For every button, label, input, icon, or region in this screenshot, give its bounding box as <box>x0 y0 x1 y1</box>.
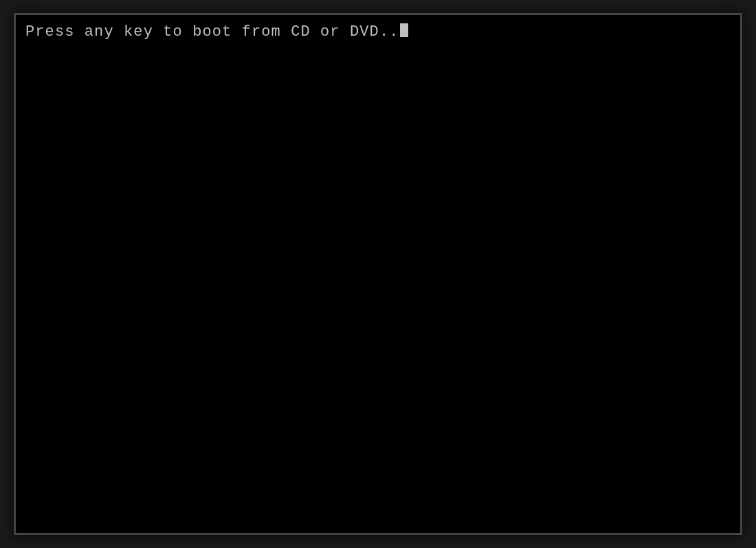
terminal-cursor <box>400 23 408 37</box>
terminal-screen: Press any key to boot from CD or DVD.. <box>14 13 742 535</box>
boot-message-line: Press any key to boot from CD or DVD.. <box>25 23 731 41</box>
boot-message-text: Press any key to boot from CD or DVD.. <box>25 23 399 41</box>
